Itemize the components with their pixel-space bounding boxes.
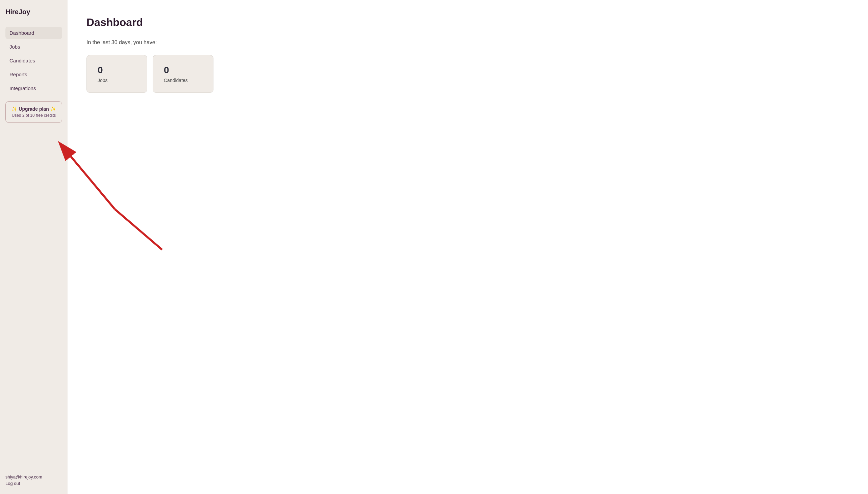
stats-row: 0 Jobs 0 Candidates [87,55,849,93]
logout-button[interactable]: Log out [5,481,62,486]
jobs-label: Jobs [97,78,136,83]
app-logo: HireJoy [5,8,62,16]
user-email: shiya@hirejoy.com [5,474,62,479]
dashboard-subtitle: In the last 30 days, you have: [87,39,849,45]
sidebar: HireJoy Dashboard Jobs Candidates Report… [0,0,68,494]
upgrade-plan-button[interactable]: ✨ Upgrade plan ✨ Used 2 of 10 free credi… [5,101,62,123]
page-title: Dashboard [87,16,849,29]
candidates-count: 0 [164,65,202,76]
candidates-stat-card: 0 Candidates [153,55,214,93]
sidebar-item-candidates[interactable]: Candidates [5,54,62,67]
jobs-count: 0 [97,65,136,76]
sidebar-item-jobs[interactable]: Jobs [5,40,62,53]
sidebar-footer: shiya@hirejoy.com Log out [5,466,62,486]
sidebar-item-reports[interactable]: Reports [5,68,62,81]
sidebar-item-dashboard[interactable]: Dashboard [5,27,62,39]
sidebar-nav: Dashboard Jobs Candidates Reports Integr… [5,27,62,466]
upgrade-title: ✨ Upgrade plan ✨ [11,106,56,112]
main-content: Dashboard In the last 30 days, you have:… [68,0,868,494]
sidebar-item-integrations[interactable]: Integrations [5,82,62,94]
jobs-stat-card: 0 Jobs [87,55,147,93]
upgrade-subtitle: Used 2 of 10 free credits [11,113,56,118]
candidates-label: Candidates [164,78,202,83]
